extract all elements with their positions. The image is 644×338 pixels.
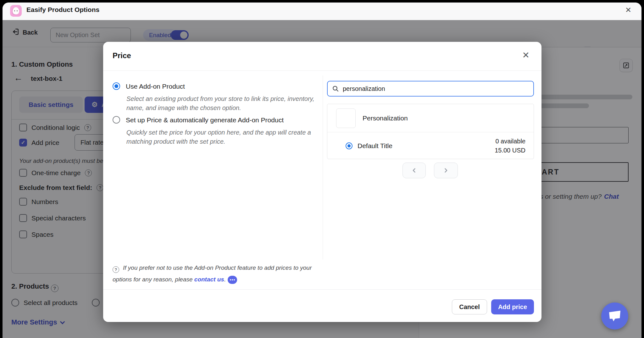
- variant-radio[interactable]: [346, 142, 353, 149]
- variant-price: 15.00 USD: [495, 147, 525, 154]
- cancel-button[interactable]: Cancel: [452, 299, 487, 314]
- speech-bubble-icon: [608, 310, 622, 322]
- search-results-card: Personalization Default Title 0 availabl…: [327, 104, 534, 159]
- window-close-icon[interactable]: ✕: [625, 5, 631, 15]
- use-addon-product-radio[interactable]: [113, 82, 120, 90]
- price-modal-title: Price: [113, 51, 131, 60]
- chat-bubble-dots-icon: [228, 276, 237, 284]
- addon-feature-note: ?If you prefer not to use the Add-on Pro…: [113, 262, 314, 285]
- use-addon-product-description: Select an existing product from your sto…: [126, 94, 326, 113]
- price-modal-header: Price ✕: [103, 42, 541, 71]
- product-search-field: [327, 81, 534, 97]
- app-title: Easify Product Options: [26, 6, 99, 14]
- modal-close-icon[interactable]: ✕: [522, 50, 530, 60]
- use-addon-product-label: Use Add-on Product: [126, 83, 185, 90]
- search-icon: [332, 85, 339, 92]
- product-image-placeholder: [336, 108, 356, 128]
- app-window: Easify Product Options ✕ Back Enabled 1 …: [3, 3, 641, 338]
- product-name: Personalization: [363, 114, 408, 122]
- setup-price-description: Quickly set the price for your option he…: [126, 128, 326, 146]
- chevron-left-icon: [411, 167, 417, 174]
- add-price-button[interactable]: Add price: [491, 299, 534, 314]
- note-help-icon: ?: [113, 266, 119, 273]
- price-modal-footer: Cancel Add price: [103, 289, 541, 322]
- setup-price-label: Set up Price & automatically generate Ad…: [126, 116, 284, 124]
- variant-availability: 0 available: [495, 138, 525, 145]
- pagination-prev-button[interactable]: [402, 163, 426, 178]
- modal-column-divider: [323, 75, 323, 259]
- pagination-next-button[interactable]: [434, 163, 458, 178]
- setup-price-radio[interactable]: [113, 116, 120, 124]
- product-search-input[interactable]: [343, 85, 529, 92]
- variant-label: Default Title: [358, 142, 392, 150]
- price-modal: Price ✕ Use Add-on Product Select an exi…: [103, 42, 541, 322]
- chevron-right-icon: [443, 167, 449, 174]
- contact-us-link[interactable]: contact us: [194, 276, 224, 283]
- chat-widget-button[interactable]: [601, 302, 628, 330]
- variant-result-row[interactable]: Default Title 0 available 15.00 USD: [327, 132, 534, 159]
- app-top-bar: Easify Product Options ✕: [3, 3, 641, 20]
- easify-app-logo-icon: [10, 5, 22, 17]
- variant-meta: 0 available 15.00 USD: [495, 137, 525, 155]
- product-result-row[interactable]: Personalization: [327, 104, 534, 132]
